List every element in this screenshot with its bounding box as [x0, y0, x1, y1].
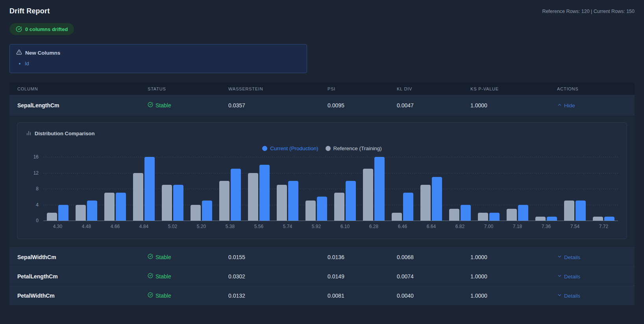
chart-bin: 5.02 — [158, 157, 187, 229]
legend-dot-reference — [326, 146, 331, 151]
legend-item-current[interactable]: Current (Production) — [262, 145, 318, 151]
status-badge: Stable — [148, 102, 171, 109]
bar — [173, 185, 183, 221]
x-tick-label: 7.18 — [513, 224, 522, 229]
page-title: Drift Report — [9, 7, 50, 15]
y-tick-label: 12 — [33, 170, 39, 176]
warning-triangle-icon — [16, 49, 22, 56]
x-tick-label: 7.36 — [542, 224, 551, 229]
bar — [202, 201, 212, 221]
show-details-button[interactable]: Details — [557, 293, 580, 299]
hide-details-button[interactable]: Hide — [557, 102, 575, 109]
y-tick-label: 4 — [36, 202, 39, 208]
chevron-down-icon — [557, 254, 562, 260]
status-label: Stable — [155, 102, 171, 109]
chart-bin: 6.82 — [446, 157, 474, 229]
distribution-comparison-card: Distribution Comparison Current (Product… — [17, 122, 627, 239]
psi-value: 0.0095 — [320, 102, 389, 109]
legend-dot-current — [262, 146, 267, 151]
bar — [478, 213, 488, 221]
x-tick-label: 4.84 — [139, 224, 148, 229]
new-columns-panel: New Columns Id — [9, 44, 307, 73]
y-tick-label: 0 — [36, 218, 39, 223]
wasserstein-value: 0.0357 — [220, 102, 320, 109]
check-circle-icon — [16, 26, 22, 32]
new-columns-header: New Columns — [16, 49, 300, 56]
chart-bin: 5.56 — [244, 157, 273, 229]
bar — [449, 209, 459, 221]
new-columns-title: New Columns — [25, 50, 60, 56]
x-tick-label: 6.64 — [427, 224, 436, 229]
chart-card-header: Distribution Comparison — [26, 130, 618, 137]
legend-item-reference[interactable]: Reference (Training) — [326, 145, 382, 151]
wasserstein-value: 0.0132 — [220, 293, 320, 299]
chart-bin: 5.20 — [187, 157, 216, 229]
chart-bin: 5.38 — [216, 157, 244, 229]
ks-p-value: 1.0000 — [463, 273, 549, 280]
bar — [133, 173, 143, 221]
chart-bin: 5.92 — [302, 157, 331, 229]
chart-bin: 4.84 — [130, 157, 158, 229]
bar — [144, 157, 155, 221]
column-header-actions: ACTIONS — [549, 87, 635, 91]
bar — [432, 177, 442, 221]
bar — [191, 205, 201, 221]
x-tick-label: 5.92 — [312, 224, 321, 229]
show-details-button[interactable]: Details — [557, 273, 580, 280]
column-name: PetalLengthCm — [9, 273, 140, 280]
ks-p-value: 1.0000 — [463, 102, 549, 109]
bar — [461, 205, 471, 221]
column-header-column: COLUMN — [9, 87, 140, 91]
bar — [535, 217, 546, 221]
bar — [420, 185, 431, 221]
wasserstein-value: 0.0302 — [220, 273, 320, 280]
chart-bin: 5.74 — [273, 157, 302, 229]
check-circle-icon — [148, 292, 153, 299]
kl-div-value: 0.0068 — [389, 254, 463, 260]
x-tick-label: 4.48 — [82, 224, 91, 229]
bar — [392, 213, 402, 221]
status-label: Stable — [155, 293, 171, 299]
column-name: PetalWidthCm — [9, 293, 140, 299]
chart-bin: 6.10 — [331, 157, 359, 229]
chart-bin: 4.30 — [43, 157, 72, 229]
bar — [76, 205, 86, 221]
status-badge: Stable — [148, 254, 171, 260]
kl-div-value: 0.0074 — [389, 273, 463, 280]
legend-label-reference: Reference (Training) — [333, 145, 382, 151]
chart-legend: Current (Production) Reference (Training… — [26, 145, 618, 151]
bar — [489, 213, 500, 221]
x-tick-label: 6.82 — [455, 224, 464, 229]
chart-bin: 7.00 — [474, 157, 503, 229]
show-details-button[interactable]: Details — [557, 254, 580, 260]
bar — [346, 181, 356, 221]
chart-plot: 4.304.484.664.845.025.205.385.565.745.92… — [43, 157, 618, 229]
chart-bin: 7.18 — [503, 157, 532, 229]
table-row: PetalLengthCm Stable 0.0302 0.0149 0.007… — [9, 267, 635, 286]
expanded-row-detail: Distribution Comparison Current (Product… — [9, 116, 635, 247]
status-badge: Stable — [148, 292, 171, 299]
ks-p-value: 1.0000 — [463, 293, 549, 299]
new-columns-list: Id — [25, 60, 300, 67]
check-circle-icon — [148, 273, 153, 280]
chart-plot-area: 0481216 4.304.484.664.845.025.205.385.56… — [26, 157, 618, 229]
bar — [104, 193, 115, 221]
chart-bin: 6.28 — [359, 157, 388, 229]
ks-p-value: 1.0000 — [463, 254, 549, 260]
bar — [47, 213, 57, 221]
x-tick-label: 7.54 — [570, 224, 579, 229]
wasserstein-value: 0.0155 — [220, 254, 320, 260]
bar — [593, 217, 603, 221]
chevron-down-icon — [557, 273, 562, 280]
bar — [305, 201, 316, 221]
x-tick-label: 5.74 — [283, 224, 292, 229]
bar — [374, 157, 385, 221]
bar — [219, 181, 229, 221]
table-row: SepalWidthCm Stable 0.0155 0.0136 0.0068… — [9, 247, 635, 267]
chevron-down-icon — [557, 293, 562, 299]
psi-value: 0.0081 — [320, 293, 389, 299]
psi-value: 0.0149 — [320, 273, 389, 280]
bar — [288, 181, 298, 221]
bar — [403, 193, 413, 221]
bar — [87, 201, 97, 221]
